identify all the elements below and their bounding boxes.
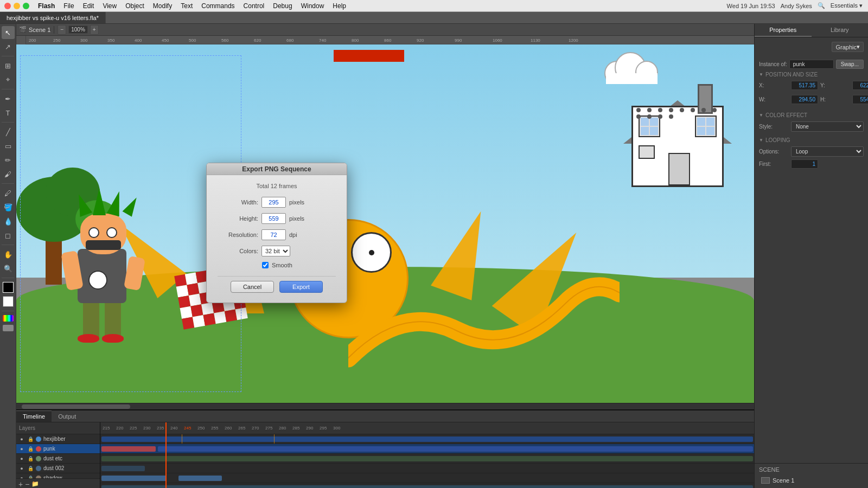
layer-lock-dust-etc[interactable]: 🔒 [27,455,34,462]
menu-help[interactable]: Help [328,0,350,11]
layer-visibility-icon-punk[interactable]: ● [18,446,25,452]
ink-tool[interactable]: 🖊 [2,187,15,200]
layer-lock-dust002[interactable]: 🔒 [27,465,34,472]
layer-vis-dust002[interactable]: ● [18,465,25,472]
layer-row-dust-etc[interactable]: ● 🔒 dust etc [16,454,100,464]
dialog-height-input[interactable] [261,213,286,224]
rect-tool[interactable]: ▭ [2,139,15,152]
options-select[interactable]: Loop [791,146,864,157]
brush-tool[interactable]: 🖌 [2,168,15,181]
swap-button[interactable]: Swap... [836,60,864,69]
frame-num-285: 285 [290,426,304,431]
fill-color[interactable] [3,296,14,307]
stroke-color[interactable] [3,282,14,293]
minimize-button[interactable] [14,3,20,9]
add-layer-btn[interactable]: + [18,480,23,489]
stage[interactable] [16,44,754,403]
search-icon[interactable]: 🔍 [818,2,825,9]
first-value[interactable]: 1 [791,159,818,169]
layer-row-hexjibber[interactable]: ● 🔒 hexjibber [16,434,100,444]
y-value[interactable]: 622.35 [852,81,868,90]
w-value[interactable]: 294.50 [791,95,818,104]
zoom-out-btn[interactable]: − [58,25,66,35]
menu-view[interactable]: View [98,0,121,11]
menu-edit[interactable]: Edit [79,0,99,11]
menu-debug[interactable]: Debug [269,0,296,11]
lasso-tool[interactable]: ⌖ [2,73,15,86]
frames-area[interactable]: 215 220 225 230 235 240 245 250 255 260 … [100,422,754,488]
layer-folder-btn[interactable]: 📁 [31,480,39,487]
paint-bucket[interactable]: 🪣 [2,201,15,214]
scene-item-1[interactable]: Scene 1 [759,476,864,485]
toolbar-separator-4 [2,183,14,184]
dialog-smooth-checkbox[interactable] [262,262,269,268]
tab-timeline[interactable]: Timeline [16,410,52,422]
layer-row-punk[interactable]: ● 🔒 punk [16,444,100,454]
looping-arrow: ▼ [759,138,763,143]
close-button[interactable] [4,3,11,9]
color-effect-title[interactable]: ▼ Color Effect [759,112,864,118]
dialog-resolution-input[interactable] [261,229,286,240]
maximize-button[interactable] [23,3,29,9]
menu-file[interactable]: File [59,0,78,11]
keyframe-marker-1 [182,434,182,444]
menu-control[interactable]: Control [239,0,269,11]
snap-toggle[interactable] [3,325,14,331]
style-select[interactable]: None [791,121,864,132]
pen-tool[interactable]: ✒ [2,92,15,105]
zoom-in-btn[interactable]: + [90,25,99,35]
layer-vis-dust-etc[interactable]: ● [18,455,25,462]
properties-panel: Graphic ▾ Instance of: punk Swap... ▼ Po… [755,37,868,463]
hand-tool[interactable]: ✋ [2,248,15,261]
text-tool[interactable]: T [2,106,15,119]
export-png-dialog[interactable]: Export PNG Sequence Total 12 frames Widt… [206,163,347,303]
menu-modify[interactable]: Modify [149,0,176,11]
menu-object[interactable]: Object [121,0,149,11]
playhead[interactable] [165,422,167,488]
menu-commands[interactable]: Commands [197,0,239,11]
transform-tool[interactable]: ⊞ [2,59,15,72]
zoom-tool[interactable]: 🔍 [2,262,15,275]
file-tab[interactable]: hexjibber vs spike-u v16 letters.fla* [0,12,106,23]
dialog-smooth-label: Smooth [272,262,292,268]
eyedropper-tool[interactable]: 💧 [2,215,15,228]
menu-text[interactable]: Text [176,0,197,11]
export-button[interactable]: Export [279,281,323,293]
graphic-dropdown-arrow[interactable]: ▾ [857,43,860,50]
dialog-buttons: Cancel Export [218,276,336,295]
char-mouth [86,240,121,250]
scrollbar-thumb[interactable] [22,404,130,409]
tab-output[interactable]: Output [52,410,82,422]
menu-window[interactable]: Window [297,0,329,11]
delete-layer-btn[interactable]: − [25,480,29,489]
dialog-colors-select[interactable]: 32 bit 24 bit 8 bit [261,246,290,256]
layer-lock-icon-punk[interactable]: 🔒 [27,446,34,452]
graphic-badge[interactable]: Graphic ▾ [832,42,864,52]
horizontal-scrollbar[interactable] [16,403,754,409]
window-controls[interactable] [0,3,34,9]
timeline-tabs: Timeline Output [16,410,754,422]
layer-row-dust002[interactable]: ● 🔒 dust 002 [16,464,100,473]
eraser-tool[interactable]: ◻ [2,229,15,242]
x-value[interactable]: 517.35 [791,81,818,90]
char-arm-right [124,256,145,291]
frame-num-270: 270 [250,426,263,431]
h-value[interactable]: 554.70 [852,95,868,104]
layer-name-punk: punk [43,446,98,452]
looping-title[interactable]: ▼ Looping [759,137,864,143]
cancel-button[interactable]: Cancel [231,281,274,293]
char-eye-left [88,227,99,238]
tab-library[interactable]: Library [812,24,869,37]
layer-lock-icon[interactable]: 🔒 [27,436,34,442]
line-tool[interactable]: ╱ [2,125,15,138]
menu-flash[interactable]: Flash [34,0,59,11]
subselect-tool[interactable]: ↗ [2,40,15,53]
layer-visibility-icon[interactable]: ● [18,436,25,442]
select-tool[interactable]: ↖ [2,26,15,39]
dialog-width-input[interactable] [261,197,286,208]
frame-strip-shadow-1 [101,476,167,481]
essentials-label[interactable]: Essentials ▾ [831,2,863,9]
position-size-title[interactable]: ▼ Position and Size [759,72,864,78]
pencil-tool[interactable]: ✏ [2,153,15,166]
tab-properties[interactable]: Properties [755,24,812,37]
